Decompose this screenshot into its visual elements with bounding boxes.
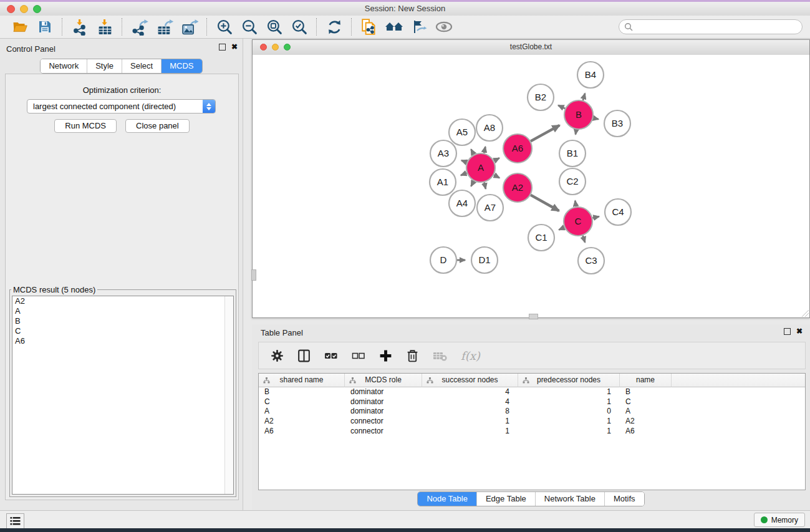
graph-node-D1[interactable]: D1 <box>471 247 498 273</box>
tab-style[interactable]: Style <box>87 59 122 73</box>
graph-node-A4[interactable]: A4 <box>449 190 475 216</box>
graph-node-A5[interactable]: A5 <box>449 119 475 145</box>
graph-edge-A-A1[interactable] <box>461 173 467 175</box>
table-row-c[interactable]: Cdominator41C <box>259 397 805 407</box>
graph-edge-C-C2[interactable] <box>575 201 576 207</box>
close-table-panel-icon[interactable]: ✖ <box>796 329 803 334</box>
graph-node-D[interactable]: D <box>430 247 456 273</box>
save-session-button[interactable] <box>34 17 56 36</box>
graph-node-C2[interactable]: C2 <box>559 168 586 195</box>
cell[interactable]: 1 <box>518 397 620 407</box>
cell[interactable]: C <box>259 397 345 407</box>
network-graph[interactable]: B4B2BB3A8A5A6A3B1AC2A1A2A4A7C4CC1C3DD1 <box>253 55 809 317</box>
delete-column-button[interactable] <box>405 349 420 363</box>
graph-edge-A-A8[interactable] <box>484 147 485 153</box>
zoom-in-button[interactable] <box>213 17 236 36</box>
table-row-a[interactable]: Adominator80A <box>259 407 805 417</box>
search-input[interactable] <box>636 22 797 32</box>
cell[interactable]: dominator <box>345 397 422 407</box>
graph-edge-B-B2[interactable] <box>558 105 565 109</box>
export-table-button[interactable] <box>153 17 176 36</box>
graph-edge-A2-C[interactable] <box>531 195 559 211</box>
tab-motifs[interactable]: Motifs <box>604 492 644 506</box>
export-network-button[interactable] <box>128 17 151 36</box>
cell[interactable]: 0 <box>518 407 620 417</box>
tab-select[interactable]: Select <box>122 59 161 73</box>
cell[interactable]: dominator <box>345 387 422 397</box>
result-list-scrollbar[interactable] <box>224 296 233 494</box>
mcds-result-list[interactable]: A2ABCA6 <box>12 296 234 495</box>
graph-edge-C-C1[interactable] <box>559 228 564 230</box>
table-row-a6[interactable]: A6connector11A6 <box>259 427 805 437</box>
delete-table-button[interactable] <box>432 349 448 362</box>
graph-edge-B-B3[interactable] <box>593 118 598 119</box>
result-item-a6[interactable]: A6 <box>12 336 233 346</box>
cell[interactable]: A6 <box>259 427 345 437</box>
window-resize-grip[interactable] <box>801 309 809 317</box>
graph-node-B4[interactable]: B4 <box>577 62 604 88</box>
graph-edge-A6-B[interactable] <box>531 125 559 142</box>
graph-node-A2[interactable]: A2 <box>503 173 532 202</box>
graph-node-C4[interactable]: C4 <box>605 199 631 225</box>
graph-node-A[interactable]: A <box>466 153 495 182</box>
graph-node-A8[interactable]: A8 <box>476 115 503 141</box>
left-splitter-grip[interactable] <box>251 269 256 281</box>
cell[interactable]: dominator <box>345 407 422 417</box>
import-network-button[interactable] <box>69 17 91 36</box>
cell[interactable]: 1 <box>422 417 518 427</box>
refresh-view-button[interactable] <box>323 17 345 36</box>
graph-edge-B-B1[interactable] <box>576 130 576 135</box>
table-row-b[interactable]: Bdominator41B <box>259 387 805 397</box>
column-header-successor-nodes[interactable]: successor nodes <box>422 374 518 387</box>
graph-node-A1[interactable]: A1 <box>430 169 456 195</box>
cell[interactable]: A2 <box>259 417 345 427</box>
cell[interactable]: connector <box>345 417 422 427</box>
close-panel-button[interactable]: Close panel <box>125 119 190 133</box>
graph-edge-C-C3[interactable] <box>583 236 586 243</box>
column-visibility-button[interactable] <box>297 349 311 363</box>
result-item-a2[interactable]: A2 <box>12 296 233 306</box>
graph-node-B3[interactable]: B3 <box>604 110 630 137</box>
cell[interactable]: 1 <box>518 387 620 397</box>
bottom-splitter-grip[interactable] <box>529 314 538 319</box>
open-session-button[interactable] <box>9 17 31 36</box>
show-all-button[interactable] <box>433 17 455 36</box>
float-panel-button[interactable] <box>219 44 226 51</box>
graph-edge-A-A7[interactable] <box>484 182 485 188</box>
graph-edge-B-B4[interactable] <box>583 94 585 100</box>
graph-node-B[interactable]: B <box>564 100 593 129</box>
column-header-shared-name[interactable]: shared name <box>259 374 345 387</box>
table-row-a2[interactable]: A2connector11A2 <box>259 417 805 427</box>
tab-network[interactable]: Network <box>41 59 87 73</box>
zoom-fit-button[interactable] <box>263 17 286 36</box>
export-image-button[interactable] <box>178 17 201 36</box>
add-column-button[interactable] <box>378 349 393 363</box>
hide-selected-button[interactable] <box>408 17 430 36</box>
graph-node-C3[interactable]: C3 <box>578 248 604 274</box>
search-box[interactable] <box>619 19 803 34</box>
graph-node-A7[interactable]: A7 <box>477 195 503 221</box>
tab-edge-table[interactable]: Edge Table <box>476 492 535 506</box>
function-builder-button[interactable]: f(x) <box>461 349 480 362</box>
graph-edge-A-A5[interactable] <box>471 149 473 154</box>
result-item-c[interactable]: C <box>12 326 233 336</box>
column-header-predecessor-nodes[interactable]: predecessor nodes <box>518 374 620 387</box>
graph-edge-A-A3[interactable] <box>461 160 467 162</box>
cell[interactable]: 1 <box>518 417 620 427</box>
zoom-out-button[interactable] <box>238 17 261 36</box>
graph-node-C[interactable]: C <box>564 207 592 236</box>
graph-node-B1[interactable]: B1 <box>559 140 586 167</box>
first-neighbors-button[interactable] <box>383 17 405 36</box>
column-header-MCDS-role[interactable]: MCDS role <box>345 374 422 387</box>
cell[interactable]: A <box>620 407 672 417</box>
graph-node-A6[interactable]: A6 <box>503 134 532 163</box>
graph-node-B2[interactable]: B2 <box>528 84 554 110</box>
memory-button[interactable]: Memory <box>754 513 805 527</box>
network-from-selection-button[interactable] <box>358 17 380 36</box>
tab-mcds[interactable]: MCDS <box>161 59 201 73</box>
graph-edge-A-A4[interactable] <box>471 181 473 186</box>
network-canvas[interactable]: B4B2BB3A8A5A6A3B1AC2A1A2A4A7C4CC1C3DD1 <box>253 55 809 317</box>
cell[interactable]: A6 <box>620 427 672 437</box>
result-item-a[interactable]: A <box>12 306 233 316</box>
cell[interactable]: 4 <box>422 397 518 407</box>
